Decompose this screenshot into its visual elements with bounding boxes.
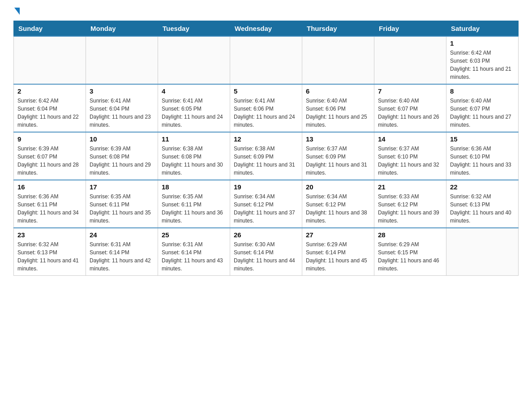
calendar-cell: 28Sunrise: 6:29 AMSunset: 6:15 PMDayligh… (374, 228, 446, 276)
day-number: 20 (306, 183, 370, 191)
day-info: Sunrise: 6:41 AMSunset: 6:04 PMDaylight:… (90, 97, 154, 129)
day-number: 5 (234, 87, 298, 95)
calendar-header-wednesday: Wednesday (230, 21, 302, 37)
calendar-cell: 19Sunrise: 6:34 AMSunset: 6:12 PMDayligh… (230, 180, 302, 228)
day-info: Sunrise: 6:38 AMSunset: 6:09 PMDaylight:… (234, 145, 298, 177)
calendar-week-1: 1Sunrise: 6:42 AMSunset: 6:03 PMDaylight… (14, 36, 519, 84)
calendar-cell: 1Sunrise: 6:42 AMSunset: 6:03 PMDaylight… (446, 36, 519, 84)
calendar-cell (14, 36, 86, 84)
day-info: Sunrise: 6:32 AMSunset: 6:13 PMDaylight:… (450, 193, 515, 225)
day-number: 14 (378, 135, 442, 143)
day-number: 1 (450, 39, 515, 47)
day-info: Sunrise: 6:41 AMSunset: 6:06 PMDaylight:… (234, 97, 298, 129)
day-info: Sunrise: 6:39 AMSunset: 6:08 PMDaylight:… (90, 145, 154, 177)
day-info: Sunrise: 6:35 AMSunset: 6:11 PMDaylight:… (90, 193, 154, 225)
calendar-cell: 14Sunrise: 6:37 AMSunset: 6:10 PMDayligh… (374, 132, 446, 180)
logo-arrow-icon (14, 8, 20, 15)
day-number: 21 (378, 183, 442, 191)
day-number: 7 (378, 87, 442, 95)
calendar-cell: 26Sunrise: 6:30 AMSunset: 6:14 PMDayligh… (230, 228, 302, 276)
calendar-cell: 23Sunrise: 6:32 AMSunset: 6:13 PMDayligh… (14, 228, 86, 276)
day-number: 12 (234, 135, 298, 143)
day-info: Sunrise: 6:42 AMSunset: 6:03 PMDaylight:… (450, 49, 515, 81)
day-number: 2 (17, 87, 82, 95)
day-number: 13 (306, 135, 370, 143)
calendar-cell: 27Sunrise: 6:29 AMSunset: 6:14 PMDayligh… (302, 228, 374, 276)
day-info: Sunrise: 6:41 AMSunset: 6:05 PMDaylight:… (162, 97, 226, 129)
day-info: Sunrise: 6:34 AMSunset: 6:12 PMDaylight:… (234, 193, 298, 225)
calendar-cell: 17Sunrise: 6:35 AMSunset: 6:11 PMDayligh… (86, 180, 158, 228)
day-info: Sunrise: 6:32 AMSunset: 6:13 PMDaylight:… (17, 240, 82, 273)
day-number: 6 (306, 87, 370, 95)
day-info: Sunrise: 6:36 AMSunset: 6:11 PMDaylight:… (17, 193, 82, 225)
day-number: 24 (90, 231, 154, 239)
day-info: Sunrise: 6:36 AMSunset: 6:10 PMDaylight:… (450, 145, 515, 177)
calendar-header-monday: Monday (86, 21, 158, 37)
calendar-cell: 10Sunrise: 6:39 AMSunset: 6:08 PMDayligh… (86, 132, 158, 180)
day-info: Sunrise: 6:39 AMSunset: 6:07 PMDaylight:… (17, 145, 82, 177)
day-number: 28 (378, 231, 442, 239)
day-info: Sunrise: 6:29 AMSunset: 6:15 PMDaylight:… (378, 240, 442, 273)
day-info: Sunrise: 6:40 AMSunset: 6:07 PMDaylight:… (450, 97, 515, 129)
day-info: Sunrise: 6:35 AMSunset: 6:11 PMDaylight:… (162, 193, 226, 225)
calendar-cell: 25Sunrise: 6:31 AMSunset: 6:14 PMDayligh… (158, 228, 230, 276)
day-number: 3 (90, 87, 154, 95)
calendar-cell (446, 228, 519, 276)
calendar-header-tuesday: Tuesday (158, 21, 230, 37)
calendar-cell: 20Sunrise: 6:34 AMSunset: 6:12 PMDayligh… (302, 180, 374, 228)
day-info: Sunrise: 6:38 AMSunset: 6:08 PMDaylight:… (162, 145, 226, 177)
day-number: 27 (306, 231, 370, 239)
calendar-cell: 13Sunrise: 6:37 AMSunset: 6:09 PMDayligh… (302, 132, 374, 180)
calendar-cell (302, 36, 374, 84)
calendar-cell: 12Sunrise: 6:38 AMSunset: 6:09 PMDayligh… (230, 132, 302, 180)
calendar-week-3: 9Sunrise: 6:39 AMSunset: 6:07 PMDaylight… (14, 132, 519, 180)
day-info: Sunrise: 6:37 AMSunset: 6:09 PMDaylight:… (306, 145, 370, 177)
day-number: 15 (450, 135, 515, 143)
day-number: 19 (234, 183, 298, 191)
day-number: 17 (90, 183, 154, 191)
day-number: 25 (162, 231, 226, 239)
day-number: 8 (450, 87, 515, 95)
calendar-cell: 8Sunrise: 6:40 AMSunset: 6:07 PMDaylight… (446, 84, 519, 132)
day-info: Sunrise: 6:34 AMSunset: 6:12 PMDaylight:… (306, 193, 370, 225)
calendar-cell: 11Sunrise: 6:38 AMSunset: 6:08 PMDayligh… (158, 132, 230, 180)
calendar-cell: 18Sunrise: 6:35 AMSunset: 6:11 PMDayligh… (158, 180, 230, 228)
day-info: Sunrise: 6:42 AMSunset: 6:04 PMDaylight:… (17, 97, 82, 129)
calendar-cell: 21Sunrise: 6:33 AMSunset: 6:12 PMDayligh… (374, 180, 446, 228)
day-number: 22 (450, 183, 515, 191)
calendar-cell: 15Sunrise: 6:36 AMSunset: 6:10 PMDayligh… (446, 132, 519, 180)
day-info: Sunrise: 6:40 AMSunset: 6:07 PMDaylight:… (378, 97, 442, 129)
day-info: Sunrise: 6:31 AMSunset: 6:14 PMDaylight:… (162, 240, 226, 273)
calendar-cell: 22Sunrise: 6:32 AMSunset: 6:13 PMDayligh… (446, 180, 519, 228)
calendar-header-friday: Friday (374, 21, 446, 37)
logo (13, 9, 20, 16)
calendar-cell: 9Sunrise: 6:39 AMSunset: 6:07 PMDaylight… (14, 132, 86, 180)
calendar-header-sunday: Sunday (14, 21, 86, 37)
calendar-cell (158, 36, 230, 84)
day-number: 9 (17, 135, 82, 143)
calendar-cell: 7Sunrise: 6:40 AMSunset: 6:07 PMDaylight… (374, 84, 446, 132)
day-number: 4 (162, 87, 226, 95)
calendar-week-2: 2Sunrise: 6:42 AMSunset: 6:04 PMDaylight… (14, 84, 519, 132)
calendar-week-5: 23Sunrise: 6:32 AMSunset: 6:13 PMDayligh… (14, 228, 519, 276)
calendar-header-row: SundayMondayTuesdayWednesdayThursdayFrid… (14, 21, 519, 37)
day-info: Sunrise: 6:30 AMSunset: 6:14 PMDaylight:… (234, 240, 298, 273)
calendar-week-4: 16Sunrise: 6:36 AMSunset: 6:11 PMDayligh… (14, 180, 519, 228)
day-number: 10 (90, 135, 154, 143)
page-header (13, 9, 519, 16)
calendar-cell: 5Sunrise: 6:41 AMSunset: 6:06 PMDaylight… (230, 84, 302, 132)
calendar-header-thursday: Thursday (302, 21, 374, 37)
calendar-cell (86, 36, 158, 84)
calendar-cell (230, 36, 302, 84)
calendar-cell: 3Sunrise: 6:41 AMSunset: 6:04 PMDaylight… (86, 84, 158, 132)
day-number: 23 (17, 231, 82, 239)
calendar-table: SundayMondayTuesdayWednesdayThursdayFrid… (13, 21, 519, 276)
calendar-cell: 4Sunrise: 6:41 AMSunset: 6:05 PMDaylight… (158, 84, 230, 132)
calendar-cell: 24Sunrise: 6:31 AMSunset: 6:14 PMDayligh… (86, 228, 158, 276)
day-info: Sunrise: 6:31 AMSunset: 6:14 PMDaylight:… (90, 240, 154, 273)
calendar-cell (374, 36, 446, 84)
calendar-cell: 16Sunrise: 6:36 AMSunset: 6:11 PMDayligh… (14, 180, 86, 228)
calendar-cell: 6Sunrise: 6:40 AMSunset: 6:06 PMDaylight… (302, 84, 374, 132)
day-number: 11 (162, 135, 226, 143)
day-number: 16 (17, 183, 82, 191)
